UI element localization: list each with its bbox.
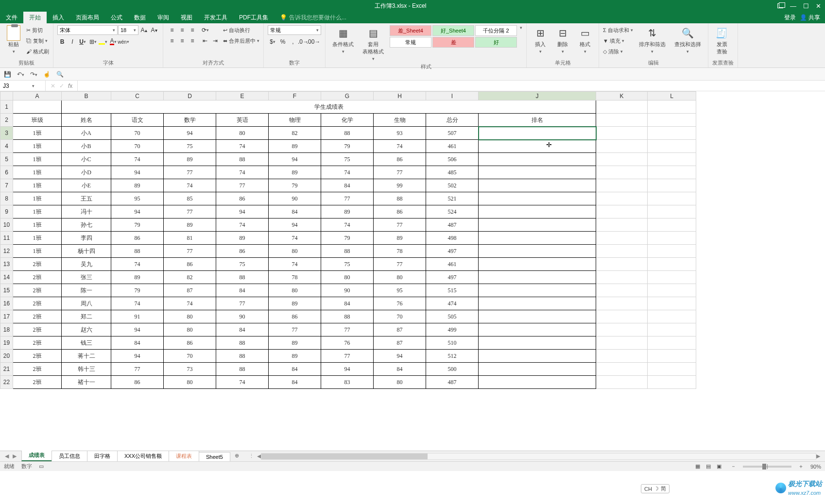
- cell-G13[interactable]: 75: [321, 258, 374, 271]
- cell-D22[interactable]: 80: [164, 376, 216, 389]
- cell-L7[interactable]: [648, 179, 696, 192]
- cell-G11[interactable]: 79: [321, 232, 374, 245]
- cell-H15[interactable]: 95: [374, 284, 426, 297]
- cell-F18[interactable]: 77: [269, 323, 321, 336]
- format-painter-button[interactable]: 🖌格式刷: [26, 47, 49, 56]
- cell-G14[interactable]: 80: [321, 271, 374, 284]
- row-header-14[interactable]: 14: [0, 271, 13, 284]
- cell-D17[interactable]: 80: [164, 310, 216, 323]
- sheet-tab-5[interactable]: Sheet5: [199, 452, 230, 461]
- cell-A13[interactable]: 2班: [13, 258, 62, 271]
- col-header-E[interactable]: E: [216, 92, 269, 101]
- cell-E2[interactable]: 英语: [216, 114, 269, 127]
- cell-B5[interactable]: 小C: [62, 153, 111, 166]
- align-center-button[interactable]: ≡: [177, 36, 187, 46]
- cell-I17[interactable]: 505: [426, 310, 479, 323]
- cell-C9[interactable]: 94: [111, 205, 164, 218]
- merge-center-button[interactable]: ⬌合并后居中▾: [223, 36, 259, 46]
- enter-formula-button[interactable]: ✓: [59, 83, 64, 89]
- cell-C18[interactable]: 94: [111, 323, 164, 336]
- cell-F21[interactable]: 84: [269, 363, 321, 376]
- cell-A1[interactable]: [13, 101, 62, 114]
- cell-H14[interactable]: 80: [374, 271, 426, 284]
- name-box-input[interactable]: [3, 83, 32, 89]
- tab-home[interactable]: 开始: [23, 12, 47, 23]
- cell-H13[interactable]: 77: [374, 258, 426, 271]
- phonetic-button[interactable]: wén▾: [119, 37, 128, 47]
- paste-button[interactable]: 粘贴▾: [4, 25, 23, 55]
- col-header-J[interactable]: J: [479, 92, 596, 101]
- cell-D18[interactable]: 80: [164, 323, 216, 336]
- cell-E4[interactable]: 74: [216, 140, 269, 153]
- bold-button[interactable]: B: [57, 37, 67, 47]
- cell-B14[interactable]: 张三: [62, 271, 111, 284]
- row-header-17[interactable]: 17: [0, 310, 13, 323]
- cell-B15[interactable]: 陈一: [62, 284, 111, 297]
- cell-D15[interactable]: 87: [164, 284, 216, 297]
- save-button[interactable]: 💾: [4, 71, 11, 78]
- cell-I22[interactable]: 487: [426, 376, 479, 389]
- spreadsheet-grid[interactable]: ABCDEFGHIJKL1学生成绩表2班级姓名语文数学英语物理化学生物总分排名3…: [0, 91, 825, 451]
- copy-button[interactable]: ⿻复制▾: [26, 36, 49, 46]
- italic-button[interactable]: I: [68, 37, 77, 47]
- cell-K21[interactable]: [596, 363, 648, 376]
- cell-D12[interactable]: 77: [164, 245, 216, 258]
- cell-A22[interactable]: 2班: [13, 376, 62, 389]
- cell-E20[interactable]: 88: [216, 350, 269, 363]
- cell-E16[interactable]: 77: [216, 297, 269, 310]
- cell-B13[interactable]: 吴九: [62, 258, 111, 271]
- cell-A11[interactable]: 1班: [13, 232, 62, 245]
- cell-E6[interactable]: 74: [216, 166, 269, 179]
- cell-E19[interactable]: 88: [216, 336, 269, 350]
- row-header-9[interactable]: 9: [0, 205, 13, 218]
- format-cells-button[interactable]: ▭格式▾: [575, 25, 595, 55]
- cell-G18[interactable]: 77: [321, 323, 374, 336]
- cell-G12[interactable]: 88: [321, 245, 374, 258]
- cell-C12[interactable]: 88: [111, 245, 164, 258]
- col-header-D[interactable]: D: [164, 92, 216, 101]
- cell-B21[interactable]: 韩十三: [62, 363, 111, 376]
- font-name-select[interactable]: 宋体▾: [57, 25, 118, 35]
- cell-A12[interactable]: 1班: [13, 245, 62, 258]
- cell-G9[interactable]: 89: [321, 205, 374, 218]
- font-color-button[interactable]: A▾: [108, 37, 118, 47]
- cell-H10[interactable]: 77: [374, 218, 426, 232]
- cell-I12[interactable]: 497: [426, 245, 479, 258]
- style-thousand[interactable]: 千位分隔 2: [475, 25, 517, 36]
- invoice-check-button[interactable]: 🧾发票 查验: [712, 25, 732, 56]
- zoom-out-button[interactable]: －: [731, 463, 736, 470]
- cell-G8[interactable]: 77: [321, 192, 374, 205]
- increase-indent-button[interactable]: ⇥: [210, 36, 220, 46]
- cell-H17[interactable]: 70: [374, 310, 426, 323]
- cell-D14[interactable]: 82: [164, 271, 216, 284]
- cell-C13[interactable]: 74: [111, 258, 164, 271]
- cell-J8[interactable]: [479, 192, 596, 205]
- cell-H19[interactable]: 87: [374, 336, 426, 350]
- hscroll-split[interactable]: ⋮: [249, 453, 254, 459]
- qat-touch-button[interactable]: ☝: [43, 71, 51, 78]
- row-header-21[interactable]: 21: [0, 363, 13, 376]
- cell-F22[interactable]: 84: [269, 376, 321, 389]
- cell-B3[interactable]: 小A: [62, 127, 111, 140]
- cell-J2[interactable]: 排名: [479, 114, 596, 127]
- qat-print-preview-button[interactable]: 🔍: [56, 71, 64, 78]
- col-header-F[interactable]: F: [269, 92, 321, 101]
- format-table-button[interactable]: ▤套用 表格格式▾: [360, 25, 387, 62]
- cell-K3[interactable]: [596, 127, 648, 140]
- decrease-font-button[interactable]: A▾: [149, 25, 159, 35]
- cell-D2[interactable]: 数学: [164, 114, 216, 127]
- cell-K8[interactable]: [596, 192, 648, 205]
- cell-L2[interactable]: [648, 114, 696, 127]
- cell-B1[interactable]: 学生成绩表: [62, 101, 596, 114]
- cell-C8[interactable]: 95: [111, 192, 164, 205]
- cell-K6[interactable]: [596, 166, 648, 179]
- cell-F14[interactable]: 78: [269, 271, 321, 284]
- cell-G10[interactable]: 74: [321, 218, 374, 232]
- login-button[interactable]: 登录: [784, 14, 796, 22]
- row-header-8[interactable]: 8: [0, 192, 13, 205]
- cell-C5[interactable]: 74: [111, 153, 164, 166]
- cell-B12[interactable]: 杨十四: [62, 245, 111, 258]
- ribbon-options-icon[interactable]: [777, 2, 783, 10]
- underline-button[interactable]: U▾: [78, 37, 87, 47]
- cell-H11[interactable]: 89: [374, 232, 426, 245]
